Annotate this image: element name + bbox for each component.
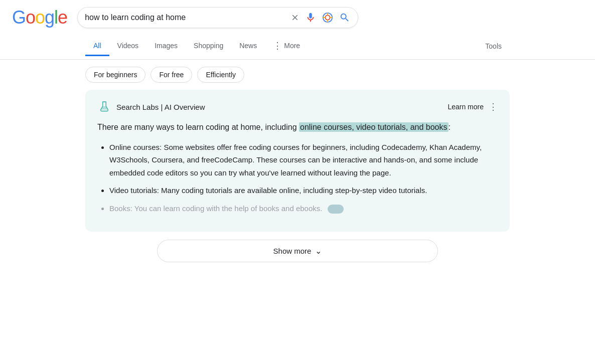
ai-options-icon[interactable]: ⋮ [489,101,498,112]
suggestion-chips: For beginners For free Efficiently [0,60,595,90]
chip-for-beginners[interactable]: For beginners [85,67,145,83]
ai-header-right: Learn more ⋮ [448,101,498,112]
tools-button[interactable]: Tools [477,37,510,55]
ai-highlighted-phrase: online courses, video tutorials, and boo… [299,122,449,132]
list-item-faded: Books: You can learn coding with the hel… [109,202,498,215]
ai-overview-panel: Search Labs | AI Overview Learn more ⋮ T… [85,90,510,232]
logo-letter-g: G [12,7,26,28]
flask-icon [97,100,111,114]
ai-intro-before: There are many ways to learn coding at h… [97,123,299,131]
ai-intro-after: : [449,123,451,131]
clear-icon[interactable] [290,13,300,22]
tab-images[interactable]: Images [146,37,186,56]
logo-letter-l: l [54,7,58,28]
show-more-button[interactable]: Show more ⌄ [157,240,438,262]
logo-letter-e: e [58,7,67,28]
list-item: Video tutorials: Many coding tutorials a… [109,184,498,197]
search-input[interactable] [85,13,285,22]
lens-icon[interactable] [322,12,334,24]
tab-videos[interactable]: Videos [109,37,147,56]
search-icon-group [290,12,351,24]
chip-for-free[interactable]: For free [151,67,192,83]
ai-intro-text: There are many ways to learn coding at h… [97,121,498,134]
header: Google [0,0,595,28]
show-more-wrap: Show more ⌄ [85,240,510,262]
more-label: More [284,42,300,50]
list-item-text: Online courses: Some websites offer free… [109,143,482,177]
ai-header-left: Search Labs | AI Overview [97,100,205,114]
logo-letter-g2: g [45,7,54,28]
ai-overview-title: Search Labs | AI Overview [116,103,205,111]
ai-overview-header: Search Labs | AI Overview Learn more ⋮ [97,100,498,114]
logo-letter-o1: o [26,7,35,28]
learn-more-link[interactable]: Learn more [448,103,484,111]
list-item: Online courses: Some websites offer free… [109,141,498,179]
nav-tabs: All Videos Images Shopping News ⋮ More T… [0,33,595,60]
chevron-down-icon: ⌄ [315,246,322,256]
tab-shopping[interactable]: Shopping [186,37,231,56]
search-submit-icon[interactable] [339,12,351,24]
tab-more[interactable]: ⋮ More [265,35,308,58]
ai-overview-list: Online courses: Some websites offer free… [97,141,498,215]
logo-letter-o2: o [35,7,45,28]
show-more-label: Show more [273,247,312,255]
more-dots-icon: ⋮ [273,40,282,51]
list-item-text-faded: Books: You can learn coding with the hel… [109,204,322,213]
microphone-icon[interactable] [305,12,317,24]
google-logo: Google [12,7,67,28]
fade-badge [328,205,344,214]
chip-efficiently[interactable]: Efficiently [197,67,244,83]
search-bar [77,7,358,28]
svg-point-1 [326,15,330,20]
tab-news[interactable]: News [231,37,265,56]
tab-all[interactable]: All [85,37,109,56]
list-item-text: Video tutorials: Many coding tutorials a… [109,186,427,195]
